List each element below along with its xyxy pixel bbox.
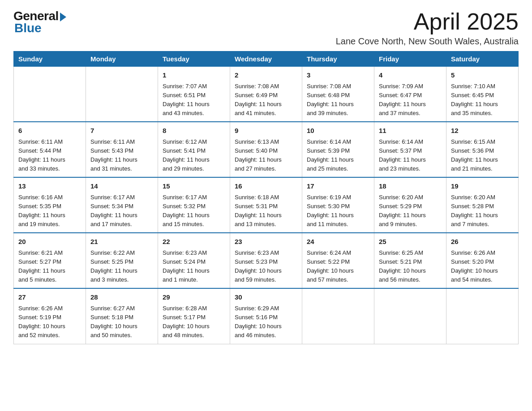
- table-row: 13Sunrise: 6:16 AMSunset: 5:35 PMDayligh…: [14, 177, 86, 233]
- day-info: Sunrise: 6:25 AMSunset: 5:21 PMDaylight:…: [379, 248, 442, 285]
- day-number: 20: [18, 237, 81, 247]
- table-row: 30Sunrise: 6:29 AMSunset: 5:16 PMDayligh…: [230, 288, 302, 344]
- calendar-week-row: 1Sunrise: 7:07 AMSunset: 6:51 PMDaylight…: [14, 67, 519, 122]
- day-info: Sunrise: 6:12 AMSunset: 5:41 PMDaylight:…: [163, 137, 225, 174]
- day-number: 14: [90, 181, 153, 192]
- day-number: 27: [18, 292, 81, 303]
- day-number: 1: [163, 70, 225, 81]
- table-row: 26Sunrise: 6:26 AMSunset: 5:20 PMDayligh…: [446, 233, 519, 288]
- calendar-table: Sunday Monday Tuesday Wednesday Thursday…: [13, 51, 519, 344]
- table-row: [86, 67, 158, 122]
- day-number: 6: [18, 126, 81, 136]
- day-number: 10: [307, 126, 369, 136]
- table-row: 25Sunrise: 6:25 AMSunset: 5:21 PMDayligh…: [374, 233, 446, 288]
- table-row: [446, 288, 519, 344]
- day-info: Sunrise: 6:22 AMSunset: 5:25 PMDaylight:…: [90, 248, 153, 285]
- table-row: 12Sunrise: 6:15 AMSunset: 5:36 PMDayligh…: [446, 122, 519, 177]
- page-header: General Blue April 2025 Lane Cove North,…: [13, 9, 519, 47]
- table-row: 29Sunrise: 6:28 AMSunset: 5:17 PMDayligh…: [158, 288, 230, 344]
- day-number: 13: [18, 181, 81, 192]
- day-number: 24: [307, 237, 369, 247]
- day-info: Sunrise: 6:21 AMSunset: 5:27 PMDaylight:…: [18, 248, 81, 285]
- calendar-week-row: 6Sunrise: 6:11 AMSunset: 5:44 PMDaylight…: [14, 122, 519, 177]
- day-number: 30: [235, 292, 297, 303]
- table-row: 23Sunrise: 6:23 AMSunset: 5:23 PMDayligh…: [230, 233, 302, 288]
- day-number: 17: [307, 181, 369, 192]
- day-number: 5: [451, 70, 514, 81]
- calendar-header-row: Sunday Monday Tuesday Wednesday Thursday…: [14, 51, 519, 67]
- month-title: April 2025: [336, 9, 519, 34]
- day-number: 18: [379, 181, 442, 192]
- day-info: Sunrise: 6:26 AMSunset: 5:19 PMDaylight:…: [18, 304, 81, 340]
- table-row: 2Sunrise: 7:08 AMSunset: 6:49 PMDaylight…: [230, 67, 302, 122]
- table-row: 18Sunrise: 6:20 AMSunset: 5:29 PMDayligh…: [374, 177, 446, 233]
- day-number: 22: [163, 237, 225, 247]
- table-row: 21Sunrise: 6:22 AMSunset: 5:25 PMDayligh…: [86, 233, 158, 288]
- day-info: Sunrise: 6:17 AMSunset: 5:34 PMDaylight:…: [90, 193, 153, 229]
- day-info: Sunrise: 6:20 AMSunset: 5:29 PMDaylight:…: [379, 193, 442, 229]
- day-number: 11: [379, 126, 442, 136]
- day-info: Sunrise: 6:29 AMSunset: 5:16 PMDaylight:…: [235, 304, 297, 340]
- day-number: 7: [90, 126, 153, 136]
- calendar-week-row: 13Sunrise: 6:16 AMSunset: 5:35 PMDayligh…: [14, 177, 519, 233]
- logo-arrow-icon: [60, 13, 66, 21]
- table-row: [374, 288, 446, 344]
- table-row: 6Sunrise: 6:11 AMSunset: 5:44 PMDaylight…: [14, 122, 86, 177]
- table-row: 27Sunrise: 6:26 AMSunset: 5:19 PMDayligh…: [14, 288, 86, 344]
- calendar-week-row: 20Sunrise: 6:21 AMSunset: 5:27 PMDayligh…: [14, 233, 519, 288]
- day-info: Sunrise: 6:18 AMSunset: 5:31 PMDaylight:…: [235, 193, 297, 229]
- day-number: 29: [163, 292, 225, 303]
- header-thursday: Thursday: [302, 51, 374, 67]
- table-row: 9Sunrise: 6:13 AMSunset: 5:40 PMDaylight…: [230, 122, 302, 177]
- logo-blue-text: Blue: [13, 21, 42, 35]
- day-info: Sunrise: 6:23 AMSunset: 5:23 PMDaylight:…: [235, 248, 297, 285]
- day-number: 3: [307, 70, 369, 81]
- title-block: April 2025 Lane Cove North, New South Wa…: [336, 9, 519, 47]
- table-row: 5Sunrise: 7:10 AMSunset: 6:45 PMDaylight…: [446, 67, 519, 122]
- day-number: 12: [451, 126, 514, 136]
- day-number: 16: [235, 181, 297, 192]
- day-info: Sunrise: 6:14 AMSunset: 5:39 PMDaylight:…: [307, 137, 369, 174]
- table-row: 8Sunrise: 6:12 AMSunset: 5:41 PMDaylight…: [158, 122, 230, 177]
- table-row: 16Sunrise: 6:18 AMSunset: 5:31 PMDayligh…: [230, 177, 302, 233]
- day-info: Sunrise: 6:24 AMSunset: 5:22 PMDaylight:…: [307, 248, 369, 285]
- table-row: 3Sunrise: 7:08 AMSunset: 6:48 PMDaylight…: [302, 67, 374, 122]
- day-number: 15: [163, 181, 225, 192]
- day-info: Sunrise: 6:23 AMSunset: 5:24 PMDaylight:…: [163, 248, 225, 285]
- location-title: Lane Cove North, New South Wales, Austra…: [336, 36, 519, 47]
- day-info: Sunrise: 6:27 AMSunset: 5:18 PMDaylight:…: [90, 304, 153, 340]
- day-number: 26: [451, 237, 514, 247]
- day-info: Sunrise: 7:07 AMSunset: 6:51 PMDaylight:…: [163, 82, 225, 118]
- table-row: 19Sunrise: 6:20 AMSunset: 5:28 PMDayligh…: [446, 177, 519, 233]
- table-row: 15Sunrise: 6:17 AMSunset: 5:32 PMDayligh…: [158, 177, 230, 233]
- day-number: 25: [379, 237, 442, 247]
- day-info: Sunrise: 7:08 AMSunset: 6:49 PMDaylight:…: [235, 82, 297, 118]
- table-row: 7Sunrise: 6:11 AMSunset: 5:43 PMDaylight…: [86, 122, 158, 177]
- day-info: Sunrise: 6:15 AMSunset: 5:36 PMDaylight:…: [451, 137, 514, 174]
- header-sunday: Sunday: [14, 51, 86, 67]
- header-monday: Monday: [86, 51, 158, 67]
- day-info: Sunrise: 6:28 AMSunset: 5:17 PMDaylight:…: [163, 304, 225, 340]
- day-number: 19: [451, 181, 514, 192]
- day-info: Sunrise: 6:20 AMSunset: 5:28 PMDaylight:…: [451, 193, 514, 229]
- day-number: 2: [235, 70, 297, 81]
- table-row: [14, 67, 86, 122]
- table-row: 22Sunrise: 6:23 AMSunset: 5:24 PMDayligh…: [158, 233, 230, 288]
- day-info: Sunrise: 6:14 AMSunset: 5:37 PMDaylight:…: [379, 137, 442, 174]
- table-row: 11Sunrise: 6:14 AMSunset: 5:37 PMDayligh…: [374, 122, 446, 177]
- day-info: Sunrise: 7:08 AMSunset: 6:48 PMDaylight:…: [307, 82, 369, 118]
- day-number: 23: [235, 237, 297, 247]
- day-number: 4: [379, 70, 442, 81]
- day-number: 28: [90, 292, 153, 303]
- day-info: Sunrise: 6:26 AMSunset: 5:20 PMDaylight:…: [451, 248, 514, 285]
- table-row: 1Sunrise: 7:07 AMSunset: 6:51 PMDaylight…: [158, 67, 230, 122]
- day-info: Sunrise: 7:10 AMSunset: 6:45 PMDaylight:…: [451, 82, 514, 118]
- table-row: 10Sunrise: 6:14 AMSunset: 5:39 PMDayligh…: [302, 122, 374, 177]
- day-info: Sunrise: 6:16 AMSunset: 5:35 PMDaylight:…: [18, 193, 81, 229]
- table-row: 28Sunrise: 6:27 AMSunset: 5:18 PMDayligh…: [86, 288, 158, 344]
- day-info: Sunrise: 7:09 AMSunset: 6:47 PMDaylight:…: [379, 82, 442, 118]
- header-saturday: Saturday: [446, 51, 519, 67]
- table-row: 14Sunrise: 6:17 AMSunset: 5:34 PMDayligh…: [86, 177, 158, 233]
- table-row: 24Sunrise: 6:24 AMSunset: 5:22 PMDayligh…: [302, 233, 374, 288]
- table-row: 20Sunrise: 6:21 AMSunset: 5:27 PMDayligh…: [14, 233, 86, 288]
